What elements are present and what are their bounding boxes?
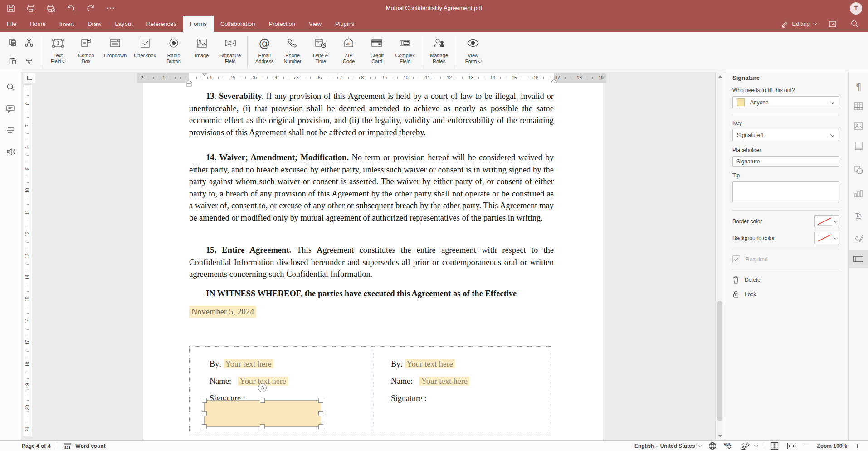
tab-forms[interactable]: Forms [183, 16, 214, 32]
image-settings-icon[interactable] [849, 117, 868, 134]
first-line-indent-marker[interactable] [202, 73, 208, 77]
find-icon[interactable] [0, 78, 21, 96]
feedback-icon[interactable] [0, 142, 21, 161]
resize-handle-n[interactable] [260, 398, 265, 403]
search-icon[interactable] [849, 19, 860, 29]
effective-date-field[interactable]: November 5, 2024 [189, 306, 256, 318]
background-color-picker[interactable] [814, 232, 839, 244]
date-time-button[interactable]: Date &Time [307, 32, 335, 72]
resize-handle-ne[interactable] [318, 398, 323, 403]
zoom-level[interactable]: Zoom 100% [817, 443, 847, 449]
page-indicator[interactable]: Page 4 of 4 [0, 443, 50, 449]
tab-collaboration[interactable]: Collaboration [214, 16, 262, 32]
document-page[interactable]: 13. Severability. If any provision of th… [143, 83, 603, 441]
undo-icon[interactable] [65, 3, 76, 14]
paragraph-15[interactable]: 15. Entire Agreement. This Agreement con… [189, 244, 554, 280]
signature-form-field[interactable] [204, 400, 321, 427]
rotation-handle[interactable] [258, 383, 267, 392]
scroll-up-button[interactable] [716, 72, 725, 81]
tab-view[interactable]: View [302, 16, 328, 32]
radio-button-button[interactable]: RadioButton [160, 32, 188, 72]
shape-settings-icon[interactable] [849, 161, 868, 178]
chart-settings-icon[interactable] [849, 185, 868, 202]
key-dropdown[interactable]: Signature4 [732, 129, 839, 141]
copy-style-icon[interactable] [21, 52, 37, 70]
navigation-headings-icon[interactable] [0, 121, 21, 139]
document-language-button[interactable] [708, 442, 717, 450]
open-file-location-icon[interactable] [827, 19, 838, 29]
tab-stop-selector[interactable] [24, 73, 35, 83]
resize-handle-e[interactable] [318, 411, 323, 416]
signature-table[interactable]: By: Your text here Name: Your text here … [189, 346, 551, 432]
required-checkbox[interactable] [732, 255, 740, 263]
tab-draw[interactable]: Draw [81, 16, 108, 32]
email-address-button[interactable]: @ EmailAddress [250, 32, 278, 72]
resize-handle-sw[interactable] [202, 424, 207, 429]
credit-card-button[interactable]: CreditCard [363, 32, 391, 72]
image-button[interactable]: Image [188, 32, 216, 72]
placeholder-input[interactable] [732, 156, 839, 167]
tab-protection[interactable]: Protection [262, 16, 302, 32]
phone-number-button[interactable]: PhoneNumber [278, 32, 307, 72]
spell-check-button[interactable]: ABC [724, 442, 733, 450]
copy-icon[interactable] [5, 34, 21, 52]
form-settings-icon[interactable] [849, 250, 868, 268]
cut-icon[interactable] [21, 34, 37, 52]
tab-file[interactable]: File [0, 16, 23, 32]
view-form-button[interactable]: ViewForm [459, 32, 487, 72]
redo-icon[interactable] [85, 3, 96, 14]
checkbox-button[interactable]: Checkbox [130, 32, 160, 72]
paragraph-14[interactable]: 14. Waiver; Amendment; Modification. No … [189, 152, 554, 224]
manage-roles-button[interactable]: ManageRoles [425, 32, 453, 72]
dropdown-button[interactable]: Dropdown [100, 32, 130, 72]
resize-handle-s[interactable] [260, 424, 265, 429]
tab-references[interactable]: References [140, 16, 183, 32]
quick-print-icon[interactable] [45, 3, 56, 14]
editing-mode-button[interactable]: Editing [781, 20, 816, 28]
combo-box-button[interactable]: ComboBox [72, 32, 100, 72]
lock-field-button[interactable]: Lock [732, 290, 839, 298]
print-icon[interactable] [25, 3, 36, 14]
tab-insert[interactable]: Insert [53, 16, 81, 32]
zip-code-button[interactable]: ZIP ZIPCode [335, 32, 363, 72]
name-text-field[interactable]: Your text here [419, 377, 469, 386]
complex-field-button[interactable]: ComplexField [391, 32, 419, 72]
tab-layout[interactable]: Layout [108, 16, 140, 32]
avatar[interactable]: T [850, 2, 862, 15]
signature-settings-icon[interactable] [849, 229, 868, 246]
language-selector[interactable]: English – United States [634, 443, 701, 449]
paragraph-13[interactable]: 13. Severability. If any provision of th… [189, 90, 554, 138]
table-settings-icon[interactable] [849, 98, 868, 115]
scrollbar-thumb[interactable] [717, 301, 722, 421]
by-text-field[interactable]: Your text here [224, 359, 273, 368]
tab-home[interactable]: Home [23, 16, 53, 32]
fill-role-dropdown[interactable]: Anyone [732, 96, 839, 108]
signature-field-button[interactable]: SignatureField [216, 32, 244, 72]
word-count-button[interactable]: 123 Word count [63, 442, 105, 450]
zoom-out-button[interactable] [804, 443, 809, 449]
tip-input[interactable] [732, 181, 839, 202]
by-text-field[interactable]: Your text here [405, 359, 455, 368]
vertical-ruler[interactable]: 6789101112131415161718192021 [24, 84, 32, 436]
border-color-picker[interactable] [814, 215, 839, 227]
paste-icon[interactable] [5, 52, 21, 70]
fit-page-button[interactable] [770, 442, 779, 450]
text-field-button[interactable]: TextField [44, 32, 72, 72]
delete-field-button[interactable]: Delete [732, 276, 839, 284]
witness-paragraph[interactable]: IN WITNESS WHEREOF, the parties have exe… [189, 288, 554, 300]
resize-handle-w[interactable] [202, 411, 207, 416]
fit-width-button[interactable] [787, 443, 796, 449]
right-indent-marker[interactable] [551, 79, 557, 83]
header-footer-settings-icon[interactable] [849, 137, 868, 154]
more-actions-icon[interactable] [105, 3, 116, 14]
resize-handle-nw[interactable] [202, 398, 207, 403]
text-art-settings-icon[interactable]: Ta [849, 207, 868, 225]
tab-plugins[interactable]: Plugins [328, 16, 361, 32]
left-indent-marker[interactable] [186, 79, 192, 87]
zoom-in-button[interactable] [854, 443, 860, 449]
comments-icon[interactable] [0, 99, 21, 118]
paragraph-settings-icon[interactable]: ¶ [849, 78, 868, 95]
horizontal-ruler[interactable]: 2112345678910111213141516171819 [137, 73, 607, 83]
vertical-scrollbar[interactable] [715, 72, 725, 441]
resize-handle-se[interactable] [318, 424, 323, 429]
